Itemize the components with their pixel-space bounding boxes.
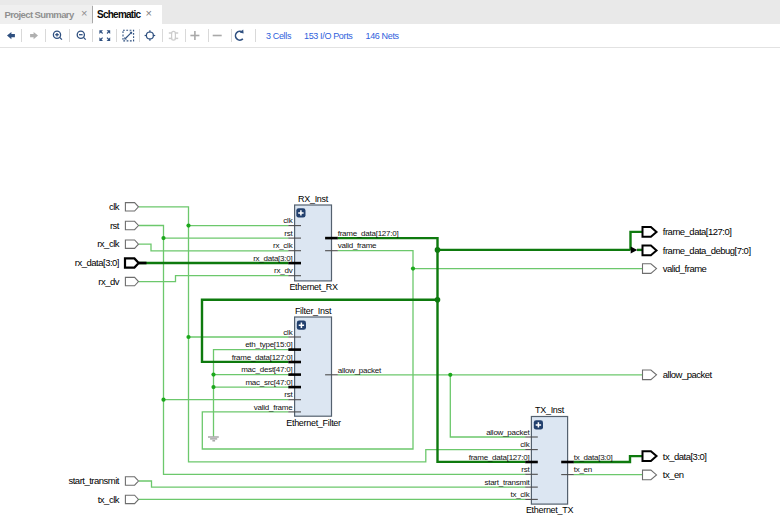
- svg-text:tx_clk: tx_clk: [510, 490, 530, 499]
- svg-text:tx_clk: tx_clk: [98, 494, 120, 505]
- svg-text:Ethernet_Filter: Ethernet_Filter: [286, 418, 341, 428]
- svg-text:mac_dest[47:0]: mac_dest[47:0]: [241, 365, 292, 374]
- svg-text:146 Nets: 146 Nets: [366, 31, 400, 41]
- svg-text:rx_clk: rx_clk: [273, 241, 294, 250]
- svg-text:rx_dv: rx_dv: [98, 276, 119, 287]
- svg-text:tx_data[3:0]: tx_data[3:0]: [574, 453, 613, 462]
- svg-text:rx_dv: rx_dv: [274, 266, 293, 275]
- svg-text:clk: clk: [109, 201, 120, 212]
- svg-text:frame_data[127:0]: frame_data[127:0]: [232, 353, 293, 362]
- svg-text:rx_data[3:0]: rx_data[3:0]: [253, 254, 292, 263]
- svg-text:frame_data[127:0]: frame_data[127:0]: [469, 453, 530, 462]
- svg-text:valid_frame: valid_frame: [254, 403, 293, 412]
- svg-text:valid_frame: valid_frame: [663, 263, 707, 274]
- svg-text:tx_en: tx_en: [574, 465, 592, 474]
- svg-text:valid_frame: valid_frame: [338, 241, 377, 250]
- svg-text:eth_type[15:0]: eth_type[15:0]: [245, 340, 292, 349]
- svg-text:rst: rst: [521, 465, 530, 474]
- svg-text:153 I/O Ports: 153 I/O Ports: [304, 31, 353, 41]
- svg-text:allow_packet: allow_packet: [486, 428, 530, 437]
- svg-text:frame_data[127:0]: frame_data[127:0]: [338, 229, 399, 238]
- svg-text:allow_packet: allow_packet: [338, 366, 382, 375]
- svg-text:RX_Inst: RX_Inst: [298, 194, 329, 204]
- svg-text:rx_clk: rx_clk: [97, 238, 120, 249]
- svg-text:frame_data_debug[7:0]: frame_data_debug[7:0]: [663, 245, 751, 256]
- svg-text:frame_data[127:0]: frame_data[127:0]: [663, 226, 732, 237]
- svg-text:Ethernet_RX: Ethernet_RX: [289, 282, 338, 292]
- svg-text:TX_Inst: TX_Inst: [535, 405, 565, 415]
- svg-text:rst: rst: [284, 229, 293, 238]
- svg-text:3 Cells: 3 Cells: [266, 31, 292, 41]
- svg-text:tx_data[3:0]: tx_data[3:0]: [663, 451, 707, 462]
- svg-text:tx_en: tx_en: [663, 469, 684, 480]
- svg-text:allow_packet: allow_packet: [663, 369, 713, 380]
- svg-text:mac_src[47:0]: mac_src[47:0]: [245, 378, 292, 387]
- svg-text:start_transmit: start_transmit: [484, 478, 530, 487]
- svg-text:Ethernet_TX: Ethernet_TX: [526, 505, 574, 515]
- svg-text:rst: rst: [110, 220, 120, 231]
- svg-text:start_transmit: start_transmit: [68, 475, 119, 486]
- svg-text:clk: clk: [283, 216, 293, 225]
- svg-text:clk: clk: [520, 440, 530, 449]
- svg-text:rx_data[3:0]: rx_data[3:0]: [75, 257, 119, 268]
- svg-text:rst: rst: [284, 390, 293, 399]
- svg-text:clk: clk: [283, 328, 293, 337]
- svg-text:Filter_Inst: Filter_Inst: [295, 306, 332, 316]
